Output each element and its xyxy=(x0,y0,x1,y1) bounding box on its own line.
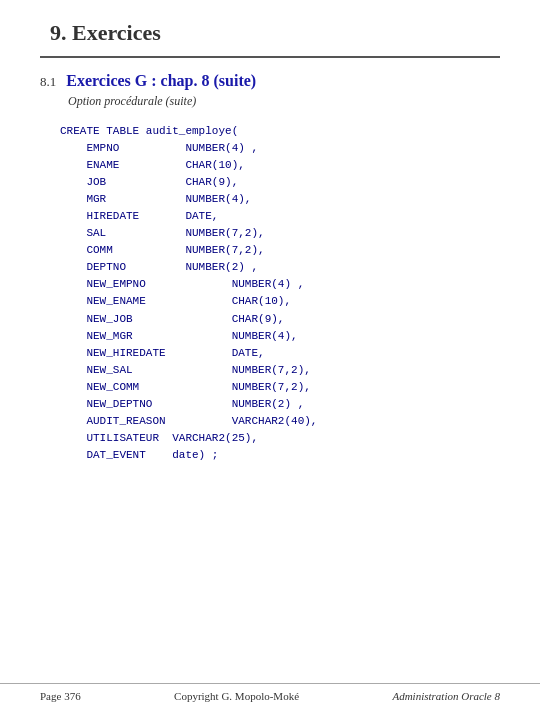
code-line: HIREDATE DATE, xyxy=(60,208,500,225)
code-line: AUDIT_REASON VARCHAR2(40), xyxy=(60,413,500,430)
section-number: 8.1 xyxy=(40,74,56,90)
code-line: DAT_EVENT date) ; xyxy=(60,447,500,464)
code-line: SAL NUMBER(7,2), xyxy=(60,225,500,242)
footer: Page 376 Copyright G. Mopolo-Moké Admini… xyxy=(0,683,540,702)
top-divider xyxy=(40,56,500,58)
code-line: NEW_DEPTNO NUMBER(2) , xyxy=(60,396,500,413)
section-subtitle: Option procédurale (suite) xyxy=(68,94,500,109)
code-line: NEW_JOB CHAR(9), xyxy=(60,311,500,328)
code-line: ENAME CHAR(10), xyxy=(60,157,500,174)
code-line: MGR NUMBER(4), xyxy=(60,191,500,208)
code-line: NEW_HIREDATE DATE, xyxy=(60,345,500,362)
code-line: NEW_SAL NUMBER(7,2), xyxy=(60,362,500,379)
code-line: NEW_ENAME CHAR(10), xyxy=(60,293,500,310)
page-container: 9. Exercices 8.1 Exercices G : chap. 8 (… xyxy=(0,0,540,720)
code-line: NEW_EMPNO NUMBER(4) , xyxy=(60,276,500,293)
code-line: CREATE TABLE audit_employe( xyxy=(60,123,500,140)
code-line: NEW_COMM NUMBER(7,2), xyxy=(60,379,500,396)
code-line: EMPNO NUMBER(4) , xyxy=(60,140,500,157)
code-line: COMM NUMBER(7,2), xyxy=(60,242,500,259)
footer-admin: Administration Oracle 8 xyxy=(392,690,500,702)
code-line: JOB CHAR(9), xyxy=(60,174,500,191)
footer-page: Page 376 xyxy=(40,690,81,702)
code-line: DEPTNO NUMBER(2) , xyxy=(60,259,500,276)
code-line: NEW_MGR NUMBER(4), xyxy=(60,328,500,345)
chapter-title: 9. Exercices xyxy=(40,20,500,46)
code-block: CREATE TABLE audit_employe( EMPNO NUMBER… xyxy=(60,123,500,464)
section-heading: 8.1 Exercices G : chap. 8 (suite) xyxy=(40,72,500,90)
section-title: Exercices G : chap. 8 (suite) xyxy=(66,72,256,90)
code-line: UTILISATEUR VARCHAR2(25), xyxy=(60,430,500,447)
footer-copyright: Copyright G. Mopolo-Moké xyxy=(174,690,299,702)
